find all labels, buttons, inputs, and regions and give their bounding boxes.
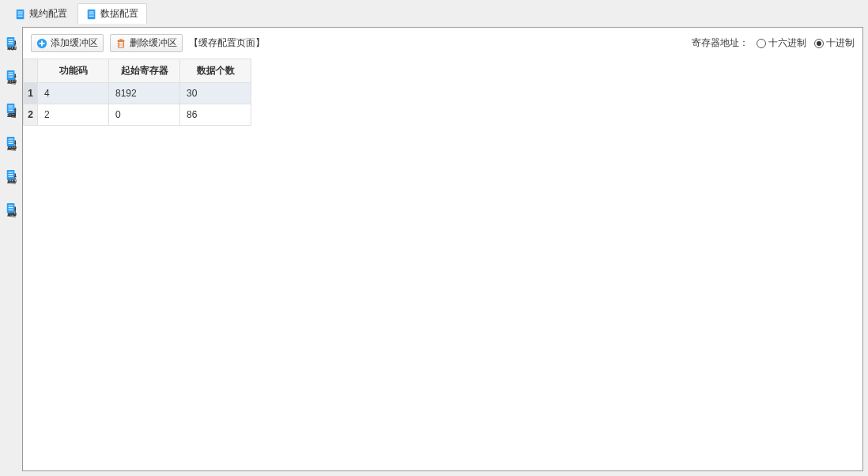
svg-rect-11 xyxy=(9,43,13,44)
button-label: 删除缓冲区 xyxy=(130,36,177,50)
side-tab-yc[interactable]: 遥测配置 xyxy=(5,131,18,149)
svg-rect-36 xyxy=(118,40,125,41)
document-icon xyxy=(6,202,17,213)
register-address-group: 寄存器地址： 十六进制 十进制 xyxy=(692,36,855,50)
svg-rect-10 xyxy=(9,41,13,42)
buffer-table-wrap: 功能码 起始寄存器 数据个数 1 4 8192 30 2 xyxy=(23,59,862,126)
page-label: 【缓存配置页面】 xyxy=(189,36,265,50)
svg-rect-30 xyxy=(9,207,13,208)
svg-rect-21 xyxy=(9,139,13,140)
svg-rect-5 xyxy=(89,11,94,12)
cell-fn[interactable]: 4 xyxy=(38,83,109,104)
cell-fn[interactable]: 2 xyxy=(38,104,109,126)
trash-icon xyxy=(115,38,126,49)
radio-icon xyxy=(757,39,766,48)
svg-rect-31 xyxy=(9,210,13,210)
document-icon xyxy=(6,103,17,114)
svg-rect-1 xyxy=(18,11,23,12)
buffer-table: 功能码 起始寄存器 数据个数 1 4 8192 30 2 xyxy=(23,59,251,126)
col-header-start[interactable]: 起始寄存器 xyxy=(109,59,180,83)
radio-dec[interactable]: 十进制 xyxy=(814,36,855,50)
svg-rect-7 xyxy=(89,15,94,16)
svg-rect-27 xyxy=(9,176,13,177)
svg-rect-22 xyxy=(9,141,13,142)
radio-label: 十六进制 xyxy=(768,36,806,50)
col-header-count[interactable]: 数据个数 xyxy=(180,59,251,83)
svg-rect-34 xyxy=(40,43,45,44)
cell-start[interactable]: 0 xyxy=(109,104,180,126)
svg-rect-19 xyxy=(9,110,13,111)
svg-rect-23 xyxy=(9,143,13,144)
svg-rect-14 xyxy=(9,74,13,75)
document-icon xyxy=(15,9,26,20)
svg-rect-18 xyxy=(9,108,13,108)
side-tab-yx[interactable]: 遥信配置 xyxy=(5,65,18,82)
svg-rect-25 xyxy=(9,172,13,173)
svg-rect-35 xyxy=(119,41,124,47)
document-icon xyxy=(6,36,17,47)
cell-count[interactable]: 30 xyxy=(180,83,251,104)
svg-rect-6 xyxy=(89,13,94,14)
table-header-row: 功能码 起始寄存器 数据个数 xyxy=(24,59,251,83)
document-icon xyxy=(6,70,17,81)
row-number: 1 xyxy=(24,83,38,104)
svg-rect-17 xyxy=(9,106,13,107)
row-number: 2 xyxy=(24,104,38,126)
svg-rect-3 xyxy=(18,15,23,16)
row-number-header xyxy=(24,59,38,83)
radio-icon xyxy=(814,39,824,48)
button-label: 添加缓冲区 xyxy=(51,36,98,50)
table-row[interactable]: 2 2 0 86 xyxy=(24,104,251,126)
tab-protocol-config[interactable]: 规约配置 xyxy=(6,3,76,24)
svg-rect-37 xyxy=(119,39,123,40)
add-buffer-button[interactable]: 添加缓冲区 xyxy=(31,34,104,52)
svg-rect-15 xyxy=(9,77,13,77)
content-panel: 添加缓冲区 删除缓冲区 【缓存配置页面】 寄存器地址： 十六进制 xyxy=(22,27,863,471)
col-header-fn[interactable]: 功能码 xyxy=(38,59,109,83)
tab-label: 数据配置 xyxy=(100,7,138,21)
top-tabs: 规约配置 数据配置 xyxy=(0,0,868,24)
side-tab-yc2yx[interactable]: 遥测转遥信 xyxy=(5,98,18,115)
cell-start[interactable]: 8192 xyxy=(109,83,180,104)
svg-rect-9 xyxy=(9,40,13,40)
svg-rect-26 xyxy=(9,174,13,175)
toolbar: 添加缓冲区 删除缓冲区 【缓存配置页面】 寄存器地址： 十六进制 xyxy=(23,28,862,59)
side-tabs: 缓存配置 遥信配置 遥测转遥信 遥测配置 xyxy=(0,27,22,471)
svg-rect-29 xyxy=(9,206,13,206)
tab-data-config[interactable]: 数据配置 xyxy=(77,3,147,24)
side-tab-yt[interactable]: 遥调配置 xyxy=(5,198,18,215)
side-tab-cache[interactable]: 缓存配置 xyxy=(5,32,18,49)
cell-count[interactable]: 86 xyxy=(180,104,251,126)
document-icon xyxy=(6,169,17,180)
radio-hex[interactable]: 十六进制 xyxy=(757,36,806,50)
register-address-label: 寄存器地址： xyxy=(692,36,749,50)
tab-label: 规约配置 xyxy=(29,7,67,21)
side-tab-yk[interactable]: 遥控配置 xyxy=(5,164,18,182)
svg-rect-2 xyxy=(18,13,23,14)
document-icon xyxy=(86,9,97,20)
table-row[interactable]: 1 4 8192 30 xyxy=(24,83,251,104)
document-icon xyxy=(6,136,17,147)
radio-label: 十进制 xyxy=(826,36,855,50)
svg-rect-13 xyxy=(9,73,13,74)
delete-buffer-button[interactable]: 删除缓冲区 xyxy=(110,34,183,52)
plus-icon xyxy=(36,38,47,49)
